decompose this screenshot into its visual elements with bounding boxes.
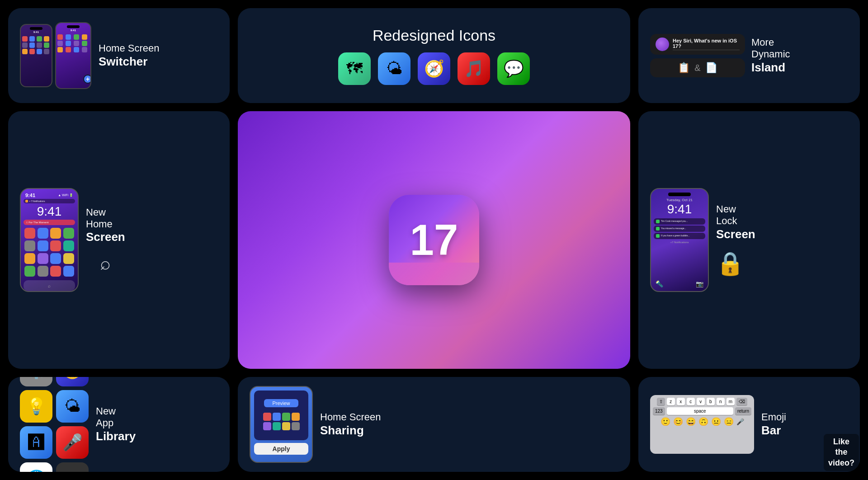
flashlight-icon: 🔦: [656, 280, 663, 287]
app-library-title: New App Library: [96, 405, 136, 443]
siri-bar: Hey Siri, What's new in iOS 17?: [650, 34, 745, 55]
lock-notif-2: You missed a message...: [654, 226, 705, 232]
messages-icon: 💬: [497, 52, 530, 85]
phone-front: 9:41 +: [55, 22, 91, 89]
lock-screen-phone-mock: Tuesday, Oct 21 9:41 Tim Cook messaged y…: [650, 188, 709, 292]
card-redesigned-icons: Redesigned Icons 🗺 🌤 🧭 🎵 💬: [238, 8, 630, 103]
icons-row: 🗺 🌤 🧭 🎵 💬: [338, 52, 530, 85]
appstore-icon: 🅰: [20, 426, 52, 459]
emoji-grin: 😄: [686, 417, 696, 427]
lock-date: Tuesday, Oct 21: [654, 198, 705, 202]
sharing-apply-button[interactable]: Apply: [254, 443, 308, 455]
home-big-time: 9:41: [24, 204, 75, 219]
music-icon: 🎵: [458, 52, 490, 85]
keyboard-row-1: ⇧ z x c v b n m ⌫: [653, 398, 751, 405]
phone-notch: [30, 27, 42, 30]
key-z[interactable]: z: [667, 398, 675, 405]
dynamic-island-title: More Dynamic Island: [751, 37, 790, 75]
phone-status-back: 9:41: [21, 31, 52, 33]
ios17-number: 17: [410, 218, 458, 262]
key-b[interactable]: b: [707, 398, 715, 405]
home-screen-phone-mock: 9:41 ▲ WiFi 🔋 • 7 Notifications 9:41 ♫ F…: [20, 188, 79, 292]
phone-icon-grid-back: [21, 35, 52, 56]
camera-library-icon: 📷: [56, 462, 89, 472]
lock-notif-1: Tim Cook messaged you...: [654, 218, 705, 225]
switcher-title: Home Screen Switcher: [99, 42, 160, 69]
card-home-screen-sharing: Preview Apply Home Screen Sharing: [238, 377, 630, 472]
sharing-title: Home Screen Sharing: [320, 411, 381, 438]
shift-key[interactable]: ⇧: [657, 398, 665, 405]
like-badge: Like the video?: [824, 434, 859, 471]
keyboard-mock: ⇧ z x c v b n m ⌫ 123 space return 🙂 😊 😄: [650, 395, 754, 454]
safari-icon: 🧭: [418, 52, 450, 85]
microphone-icon[interactable]: 🎤: [736, 418, 744, 425]
lock-time: 9:41: [654, 202, 705, 216]
switcher-phones: 9:41 9:41: [20, 22, 91, 89]
copy-bar: 📋 & 📄: [650, 58, 745, 77]
home-notification: • 7 Notifications: [24, 199, 75, 203]
phone-notch-front: [67, 25, 80, 28]
phone-status-front: 9:41: [56, 29, 90, 32]
home-icons-grid: [24, 227, 75, 278]
maps-icon: 🗺: [338, 52, 371, 85]
return-key[interactable]: return: [735, 407, 751, 415]
key-c[interactable]: c: [687, 398, 695, 405]
ios17-wave: [389, 263, 479, 285]
lock-dynamic-island: [668, 193, 691, 196]
keyboard-row-2: 123 space return: [653, 407, 751, 415]
safari-library-icon: 🧭: [56, 377, 89, 386]
phone-icon-grid-front: [56, 33, 90, 54]
camera-icon: 📷: [696, 280, 703, 287]
ios17-icon: 17: [389, 195, 479, 285]
card-dynamic-island: Hey Siri, What's new in iOS 17? 📋 & 📄 Mo…: [638, 8, 860, 103]
home-music-widget: ♫ For The Moment: [24, 220, 75, 225]
settings-icon: ⚙️: [20, 377, 52, 386]
emoji-smiling: 😊: [673, 417, 683, 427]
home-status-bar: 9:41 ▲ WiFi 🔋: [24, 193, 75, 198]
emoji-neutral: 😐: [711, 417, 721, 427]
home-search-box: ⌕: [24, 280, 75, 291]
siri-text: Hey Siri, What's new in iOS 17?: [673, 38, 740, 51]
emoji-smiley: 🙂: [660, 417, 670, 427]
card-new-home-screen: 9:41 ▲ WiFi 🔋 • 7 Notifications 9:41 ♫ F…: [8, 111, 230, 369]
waves-icon: 🎤: [56, 426, 89, 459]
app-library-grid: ⚙️ 🧭 💡 🌤 🅰 🎤 🌐 📷: [20, 377, 89, 472]
weather-library-icon: 🌤: [56, 390, 89, 423]
key-m[interactable]: m: [726, 398, 735, 405]
siri-dot: [656, 38, 669, 51]
lock-notifications: Tim Cook messaged you... You missed a me…: [654, 218, 705, 239]
phone-plus-badge: +: [83, 75, 91, 84]
emoji-expressionless: 😑: [724, 417, 734, 427]
copy-icon: 📋: [678, 62, 690, 74]
numbers-key[interactable]: 123: [653, 407, 665, 415]
lock-icon: 🔒: [716, 251, 744, 276]
search-icon: ⌕: [100, 253, 111, 273]
sharing-phone-mock: Preview Apply: [250, 386, 313, 463]
weather-icon: 🌤: [378, 52, 410, 85]
sharing-preview-label: Preview: [264, 399, 298, 407]
home-screen-title: New Home Screen: [86, 207, 125, 245]
emoji-bar-row: 🙂 😊 😄 🙃 😐 😑 🎤: [653, 417, 751, 427]
lock-screen-bottom: 🔦 📷: [651, 280, 708, 287]
phone-back: 9:41: [20, 24, 52, 87]
card-ios17-center: 17: [238, 111, 630, 369]
space-key[interactable]: space: [667, 407, 733, 415]
lock-notif-3: If you have a green bubble...: [654, 233, 705, 239]
key-x[interactable]: x: [677, 398, 685, 405]
paste-icon: 📄: [705, 62, 717, 74]
chrome-icon: 🌐: [20, 462, 52, 472]
card-new-lock-screen: Tuesday, Oct 21 9:41 Tim Cook messaged y…: [638, 111, 860, 369]
redesigned-icons-title: Redesigned Icons: [373, 26, 495, 45]
card-switcher: 9:41 9:41: [8, 8, 230, 103]
delete-key[interactable]: ⌫: [736, 398, 747, 405]
dynamic-island-demo: Hey Siri, What's new in iOS 17? 📋 & 📄: [650, 34, 745, 77]
key-v[interactable]: v: [697, 398, 705, 405]
emoji-bar-title: Emoji Bar: [761, 411, 786, 438]
lock-screen-title: New Lock Screen: [716, 203, 755, 241]
card-app-library: ⚙️ 🧭 💡 🌤 🅰 🎤 🌐 📷 New App Library: [8, 377, 230, 472]
key-n[interactable]: n: [717, 398, 725, 405]
emoji-upside: 🙃: [698, 417, 708, 427]
bulb-icon: 💡: [20, 390, 52, 423]
